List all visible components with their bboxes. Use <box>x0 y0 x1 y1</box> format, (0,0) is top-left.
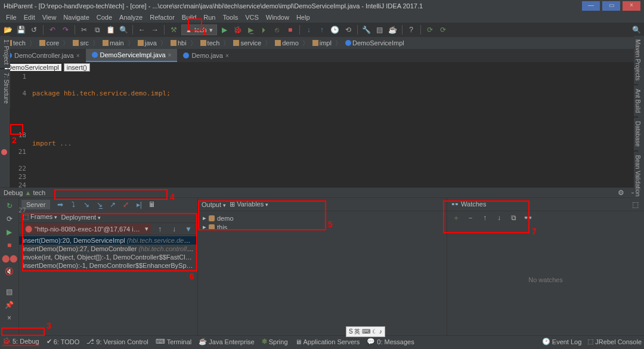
line-gutter[interactable]: 1 4 18 21 22 23 24 27 <box>10 73 29 187</box>
minimize-button[interactable]: — <box>582 1 600 11</box>
back-icon[interactable]: ← <box>137 24 147 35</box>
close-panel-icon[interactable]: × <box>4 313 15 323</box>
jrebel-icon[interactable]: ⟳ <box>425 24 435 35</box>
structure-icon[interactable]: ▤ <box>374 24 385 35</box>
deployment-tab[interactable]: Deployment ▾ <box>61 214 101 221</box>
var-row[interactable]: ▸ this <box>203 223 442 231</box>
menu-help[interactable]: Help <box>294 14 312 21</box>
forward-icon[interactable]: → <box>150 24 160 35</box>
database-tool[interactable]: Database <box>634 118 644 150</box>
bc-java[interactable]: java <box>135 39 159 47</box>
layout-icon[interactable]: ▤ <box>4 286 15 297</box>
sync-icon[interactable]: ↺ <box>29 24 39 35</box>
mute-icon[interactable]: 🔇 <box>4 266 15 277</box>
variables-list[interactable]: ▸ demo ▸ this <box>198 211 447 234</box>
debug-icon[interactable]: 🐞 <box>233 24 243 35</box>
tool-java-ee[interactable]: ☕Java Enterprise <box>199 338 254 345</box>
thread-selector[interactable]: ⬤ "http-nio-8080-exec-10"@17,674 in grou… <box>23 224 151 234</box>
bread-method[interactable]: insert() <box>64 63 90 72</box>
resume-icon[interactable]: ▶ <box>4 227 15 237</box>
filter-icon[interactable]: ▼ <box>183 224 194 234</box>
menu-edit[interactable]: Edit <box>21 14 38 21</box>
menu-view[interactable]: View <box>40 14 59 21</box>
event-log[interactable]: 🕑Event Log <box>542 338 582 345</box>
undo-icon[interactable]: ↶ <box>47 24 58 35</box>
jrebel-console[interactable]: ⬚JRebel Console <box>587 338 642 345</box>
duplicate-watch-icon[interactable]: ⧉ <box>508 212 519 223</box>
frame-row[interactable]: invoke(int, Object, Object[]):-1, DemoCo… <box>19 253 197 261</box>
tool-todo[interactable]: ✔6: TODO <box>47 338 80 345</box>
build-icon[interactable]: ⚒ <box>168 24 179 35</box>
vcs-revert-icon[interactable]: ⟲ <box>343 24 354 35</box>
help-icon[interactable]: ? <box>406 24 417 35</box>
paste-icon[interactable]: 📋 <box>105 24 116 35</box>
tab-demo[interactable]: Demo.java× <box>177 49 234 62</box>
bc-tech2[interactable]: tech <box>198 39 222 47</box>
tool-debug[interactable]: 🐞5: Debug <box>2 337 39 346</box>
run-config-combo[interactable]: ▲ tech ▾ <box>181 24 217 35</box>
sdk-icon[interactable]: ☕ <box>388 24 398 35</box>
settings-icon[interactable]: 🔧 <box>361 24 372 35</box>
project-tool[interactable]: 1: Project <box>0 36 10 68</box>
bc-class[interactable]: DemoServiceImpl <box>343 39 407 47</box>
drop-frame-icon[interactable]: ⤢ <box>120 199 131 210</box>
jrebel-debug-icon[interactable]: ⟳ <box>438 24 448 35</box>
vcs-commit-icon[interactable]: ↑ <box>317 24 327 35</box>
bc-core[interactable]: core <box>37 39 61 47</box>
ime-bar[interactable]: S 英 ⌨ ☾ ♪ <box>346 326 385 337</box>
close-button[interactable]: × <box>623 1 640 11</box>
find-icon[interactable]: 🔍 <box>118 24 129 35</box>
tool-messages[interactable]: 💬0: Messages <box>367 338 414 345</box>
next-frame-icon[interactable]: ↓ <box>169 224 179 234</box>
frames-tab[interactable]: ⬚ Frames ▾ <box>23 213 57 221</box>
menu-vcs[interactable]: VCS <box>243 14 261 21</box>
menu-code[interactable]: Code <box>94 14 114 21</box>
attach-icon[interactable]: ⎋ <box>272 24 283 35</box>
bc-service[interactable]: service <box>231 39 264 47</box>
menu-run[interactable]: Run <box>201 14 218 21</box>
output-tab[interactable]: Output ▾ <box>202 201 226 208</box>
ant-tool[interactable]: Ant Build <box>634 85 644 116</box>
menu-analyze[interactable]: Analyze <box>117 14 145 21</box>
prev-frame-icon[interactable]: ↑ <box>154 224 165 234</box>
restore-layout-icon[interactable]: ⬚ <box>630 199 640 210</box>
watch-up-icon[interactable]: ↑ <box>479 212 490 223</box>
frames-list[interactable]: insert(Demo):20, DemoServiceImpl (hbi.te… <box>19 235 197 271</box>
search-everywhere-icon[interactable]: 🔍 <box>631 24 642 35</box>
remove-watch-icon[interactable]: － <box>465 212 476 223</box>
coverage-icon[interactable]: ▶̲ <box>246 24 256 35</box>
menu-build[interactable]: Build <box>179 14 199 21</box>
tool-servers[interactable]: 🖥Application Servers <box>295 338 360 345</box>
vcs-history-icon[interactable]: 🕒 <box>330 24 340 35</box>
step-out-icon[interactable]: ↗ <box>107 199 118 210</box>
watch-down-icon[interactable]: ↓ <box>494 212 504 223</box>
beanvalid-tool[interactable]: Bean Validation <box>634 152 644 200</box>
menu-refactor[interactable]: Refactor <box>147 14 177 21</box>
step-over-icon[interactable]: ⤵ <box>68 199 79 210</box>
copy-icon[interactable]: ⧉ <box>92 24 103 35</box>
frame-row[interactable]: insertDemo(Demo):-1, DemoController$$Enh… <box>19 261 197 270</box>
cut-icon[interactable]: ✂ <box>79 24 89 35</box>
open-icon[interactable]: 📂 <box>2 24 13 35</box>
stop-debug-icon[interactable]: ■ <box>4 240 15 251</box>
var-row[interactable]: ▸ demo <box>203 214 442 223</box>
breakpoint-icon[interactable]: 21 <box>10 148 26 156</box>
stop-icon[interactable]: ■ <box>285 24 296 35</box>
menu-file[interactable]: File <box>4 14 19 21</box>
run-to-cursor-icon[interactable]: ▸| <box>134 199 144 210</box>
menu-window[interactable]: Window <box>264 14 292 21</box>
close-icon[interactable]: × <box>76 52 80 59</box>
update-icon[interactable]: ⟳ <box>4 214 15 224</box>
frame-row[interactable]: insertDemo(Demo):27, DemoController (hbi… <box>19 245 197 253</box>
bc-main[interactable]: main <box>100 39 126 47</box>
maven-tool[interactable]: Maven Projects <box>634 36 644 84</box>
bc-demo[interactable]: demo <box>273 39 301 47</box>
add-watch-icon[interactable]: ＋ <box>451 212 462 223</box>
tab-democontroller[interactable]: DemoController.java× <box>0 49 86 62</box>
code-editor[interactable]: 1 4 18 21 22 23 24 27 package hbi.tech.s… <box>0 73 644 187</box>
gear-icon[interactable]: ⚙ <box>615 187 626 198</box>
tool-spring[interactable]: ✽Spring <box>262 338 288 345</box>
close-icon[interactable]: × <box>168 52 172 58</box>
show-watches-icon[interactable]: 👓 <box>522 212 533 223</box>
pin-icon[interactable]: 📌 <box>4 299 15 310</box>
